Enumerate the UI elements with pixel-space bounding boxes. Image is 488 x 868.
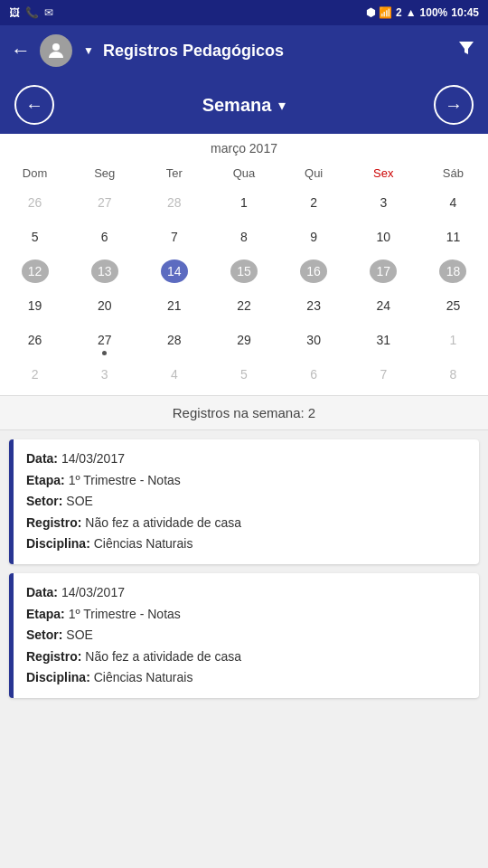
- cal-day[interactable]: 25: [418, 288, 488, 323]
- status-icons: 🖼 📞 ✉: [9, 6, 53, 19]
- cal-dot: [102, 351, 107, 355]
- cal-day[interactable]: 20: [70, 288, 139, 323]
- cal-day[interactable]: 2: [279, 185, 349, 220]
- week-label-container[interactable]: Semana ▾: [202, 95, 286, 116]
- cal-day[interactable]: 11: [418, 220, 488, 254]
- cal-day-number: 1: [240, 195, 248, 210]
- app-bar: ← ▼ Registros Pedagógicos: [0, 25, 488, 76]
- cal-day[interactable]: 22: [209, 288, 278, 323]
- cal-day[interactable]: 15: [209, 254, 278, 288]
- cal-day[interactable]: 21: [139, 288, 209, 323]
- back-button[interactable]: ←: [11, 39, 31, 62]
- app-bar-title: Registros Pedagógicos: [103, 42, 446, 61]
- filter-button[interactable]: [455, 38, 477, 64]
- cal-day[interactable]: 30: [279, 323, 349, 357]
- record-disciplina-label: Disciplina:: [26, 536, 90, 551]
- week-label: Semana: [202, 95, 272, 116]
- wifi-icon: 📶: [379, 6, 392, 19]
- week-nav: ← Semana ▾ →: [0, 76, 488, 134]
- cal-day-number: 14: [161, 259, 188, 283]
- cal-day[interactable]: 14: [139, 254, 209, 288]
- cal-day[interactable]: 6: [279, 357, 349, 392]
- weekday-ter: Ter: [139, 163, 209, 184]
- cal-day[interactable]: 19: [0, 288, 70, 323]
- cal-day[interactable]: 10: [349, 220, 418, 254]
- record-registro-label: Registro:: [26, 515, 81, 530]
- cal-day-number: 4: [450, 195, 457, 210]
- weekday-qua: Qua: [209, 163, 278, 184]
- prev-week-button[interactable]: ←: [14, 85, 54, 125]
- cal-day[interactable]: 12: [0, 254, 70, 288]
- cal-day-number: 4: [171, 367, 178, 382]
- cal-day[interactable]: 28: [139, 185, 209, 220]
- cal-day-number: 6: [101, 230, 108, 244]
- record-setor-label: Setor:: [26, 627, 62, 642]
- cal-day-number: 21: [167, 298, 182, 313]
- cal-day[interactable]: 29: [209, 323, 278, 357]
- cal-day[interactable]: 1: [418, 323, 488, 357]
- cal-day-number: 15: [230, 259, 258, 283]
- cal-day[interactable]: 31: [349, 323, 418, 357]
- cal-day-number: 27: [98, 333, 112, 347]
- cal-day-number: 6: [310, 367, 317, 382]
- status-right: ⬢ 📶 2 ▲ 100% 10:45: [366, 6, 479, 19]
- cal-day[interactable]: 24: [349, 288, 418, 323]
- cal-day[interactable]: 26: [0, 185, 70, 220]
- cal-day[interactable]: 2: [0, 357, 70, 392]
- record-registro-label: Registro:: [26, 649, 81, 664]
- weekday-sab: Sáb: [418, 163, 488, 184]
- cal-day-number: 9: [310, 230, 317, 244]
- weekday-sex: Sex: [349, 163, 418, 184]
- next-week-button[interactable]: →: [434, 85, 474, 125]
- cal-day[interactable]: 3: [349, 185, 418, 220]
- cal-day[interactable]: 26: [0, 323, 70, 357]
- cal-day-number: 11: [446, 230, 461, 244]
- record-etapa-label: Etapa:: [26, 473, 65, 487]
- cal-day[interactable]: 13: [70, 254, 139, 288]
- record-etapa: Etapa: 1º Trimestre - Notas: [26, 472, 466, 490]
- cal-day-number: 22: [237, 298, 251, 313]
- cal-day-number: 30: [306, 333, 321, 347]
- cal-day[interactable]: 8: [209, 220, 278, 254]
- cal-day-number: 25: [446, 298, 461, 313]
- cal-day[interactable]: 16: [279, 254, 349, 288]
- cal-day[interactable]: 7: [349, 357, 418, 392]
- cal-day-number: 24: [376, 298, 390, 313]
- battery-text: 100%: [420, 6, 448, 19]
- cal-day[interactable]: 4: [139, 357, 209, 392]
- cal-day[interactable]: 3: [70, 357, 139, 392]
- cal-day[interactable]: 28: [139, 323, 209, 357]
- cal-day-number: 17: [370, 259, 397, 283]
- cal-day-number: 2: [32, 367, 39, 382]
- cal-day-number: 23: [306, 298, 321, 313]
- avatar-button[interactable]: [40, 34, 72, 67]
- status-bar: 🖼 📞 ✉ ⬢ 📶 2 ▲ 100% 10:45: [0, 0, 488, 25]
- record-disciplina-label: Disciplina:: [26, 670, 90, 684]
- cal-day-number: 2: [310, 195, 317, 210]
- cal-day[interactable]: 23: [279, 288, 349, 323]
- cal-day-number: 28: [167, 333, 182, 347]
- week-dropdown-icon: ▾: [278, 97, 286, 114]
- mail-icon: ✉: [44, 6, 53, 19]
- cal-day[interactable]: 5: [209, 357, 278, 392]
- cal-day[interactable]: 9: [279, 220, 349, 254]
- record-disciplina: Disciplina: Ciências Naturais: [26, 535, 466, 553]
- cal-day-number: 31: [376, 333, 390, 347]
- calendar: março 2017 Dom Seg Ter Qua Qui Sex Sáb 2…: [0, 134, 488, 395]
- cal-day[interactable]: 18: [418, 254, 488, 288]
- records-count-text: Registros na semana: 2: [173, 405, 315, 420]
- cal-day[interactable]: 27: [70, 185, 139, 220]
- calendar-month: março 2017: [0, 141, 488, 156]
- cal-day[interactable]: 1: [209, 185, 278, 220]
- cal-day-number: 1: [450, 333, 457, 347]
- avatar-dropdown-arrow[interactable]: ▼: [83, 44, 94, 57]
- cal-day[interactable]: 7: [139, 220, 209, 254]
- cal-day[interactable]: 17: [349, 254, 418, 288]
- record-setor: Setor: SOE: [26, 493, 466, 511]
- cal-day[interactable]: 4: [418, 185, 488, 220]
- record-disciplina: Disciplina: Ciências Naturais: [26, 669, 466, 687]
- cal-day[interactable]: 6: [70, 220, 139, 254]
- cal-day[interactable]: 5: [0, 220, 70, 254]
- cal-day[interactable]: 27: [70, 323, 139, 357]
- cal-day[interactable]: 8: [418, 357, 488, 392]
